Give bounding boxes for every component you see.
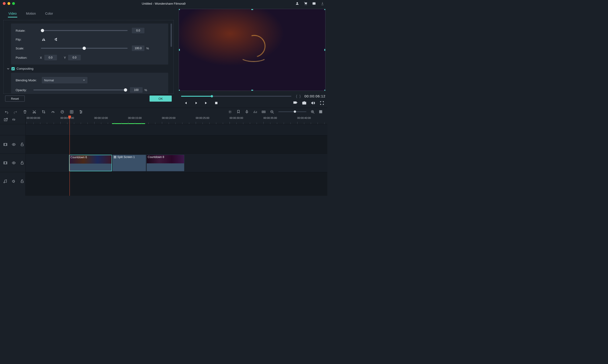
svg-point-13: [80, 110, 81, 111]
svg-point-2: [306, 4, 307, 5]
cut-icon[interactable]: [32, 110, 36, 114]
redo-icon[interactable]: [14, 110, 18, 114]
prev-frame-button[interactable]: [183, 101, 188, 105]
flip-horizontal-button[interactable]: [41, 37, 46, 42]
fit-icon[interactable]: [262, 110, 266, 114]
mark-in-icon[interactable]: {: [296, 94, 297, 98]
scale-input[interactable]: [132, 45, 144, 51]
adjust-icon[interactable]: [79, 110, 83, 114]
rotate-input[interactable]: [132, 28, 144, 33]
svg-rect-26: [320, 112, 321, 113]
preview-timecode: 00:00:06:12: [304, 94, 325, 98]
maximize-window[interactable]: [12, 2, 15, 5]
preview-scrubber[interactable]: [181, 96, 291, 97]
tab-color[interactable]: Color: [45, 10, 54, 17]
timeline-clip[interactable]: Split Screen 1: [112, 155, 146, 171]
zoom-slider[interactable]: [278, 111, 306, 112]
playhead[interactable]: [69, 116, 70, 196]
timeline: 00:00:00:0000:00:05:0000:00:10:0000:00:1…: [0, 116, 327, 196]
compositing-section: Blending Mode: Normal Opacity: %: [11, 73, 168, 94]
minimize-window[interactable]: [7, 2, 10, 5]
audio-mixer-icon[interactable]: [253, 110, 257, 114]
visibility-icon[interactable]: [12, 142, 16, 147]
rotate-slider[interactable]: [41, 30, 128, 31]
resize-handle[interactable]: [179, 49, 180, 51]
timeline-clip[interactable]: Countdown 8: [147, 155, 184, 171]
svg-point-6: [297, 102, 297, 103]
rotate-label: Rotate:: [16, 29, 41, 32]
timeline-view-icon[interactable]: [319, 110, 323, 114]
compositing-checkbox[interactable]: [12, 67, 15, 70]
preview-viewport[interactable]: [179, 9, 325, 91]
undo-icon[interactable]: [4, 110, 8, 114]
mail-icon[interactable]: [312, 1, 316, 6]
render-icon[interactable]: [228, 110, 232, 114]
timeline-tracks[interactable]: 00:00:00:0000:00:05:0000:00:10:0000:00:1…: [26, 116, 327, 196]
video-track-1[interactable]: Countdown 6Split Screen 1Countdown 8: [26, 154, 327, 172]
account-icon[interactable]: [295, 1, 299, 6]
download-icon[interactable]: [320, 1, 325, 6]
timeline-clip[interactable]: Countdown 6: [69, 155, 112, 171]
lock-icon[interactable]: [20, 179, 24, 183]
cart-icon[interactable]: [304, 1, 308, 6]
add-track-icon[interactable]: [4, 118, 8, 122]
svg-rect-28: [321, 111, 322, 112]
blend-mode-select[interactable]: Normal: [42, 77, 87, 83]
zoom-out-icon[interactable]: [270, 110, 274, 114]
reset-button[interactable]: Reset: [5, 96, 25, 102]
next-frame-button[interactable]: [204, 101, 208, 105]
green-screen-icon[interactable]: [69, 110, 74, 114]
snapshot-icon[interactable]: [302, 101, 306, 105]
transform-section: Rotate: Flip: Scale: % Position:: [11, 24, 168, 65]
lock-icon[interactable]: [20, 161, 24, 165]
zoom-in-icon[interactable]: [311, 110, 315, 114]
stop-button[interactable]: [214, 101, 218, 105]
resize-handle[interactable]: [251, 9, 253, 10]
close-window[interactable]: [3, 2, 6, 5]
chevron-down-icon: [83, 79, 85, 81]
tab-motion[interactable]: Motion: [26, 10, 36, 17]
voiceover-icon[interactable]: [245, 110, 249, 114]
resize-handle[interactable]: [324, 90, 325, 91]
opacity-label: Opacity:: [16, 88, 33, 92]
svg-point-35: [13, 162, 14, 163]
track-header-video2: [0, 135, 26, 154]
volume-icon[interactable]: [311, 101, 315, 105]
scale-slider[interactable]: [41, 48, 128, 49]
ok-button[interactable]: OK: [150, 96, 172, 102]
svg-rect-17: [246, 110, 247, 112]
pos-y-input[interactable]: [68, 55, 81, 60]
play-button[interactable]: [194, 101, 198, 105]
svg-rect-24: [320, 110, 321, 111]
resize-handle[interactable]: [324, 49, 325, 51]
delete-icon[interactable]: [23, 110, 27, 114]
mark-out-icon[interactable]: }: [300, 94, 301, 98]
svg-point-14: [82, 111, 82, 112]
compositing-header[interactable]: Compositing: [7, 67, 168, 70]
pos-x-input[interactable]: [44, 55, 57, 60]
pos-y-label: Y: [64, 56, 66, 59]
lock-icon[interactable]: [20, 142, 24, 147]
speed-icon[interactable]: [51, 110, 55, 114]
video-track-2[interactable]: [26, 135, 327, 154]
audio-track[interactable]: [26, 172, 327, 190]
svg-rect-39: [115, 156, 116, 157]
fullscreen-icon[interactable]: [320, 101, 324, 105]
crop-icon[interactable]: [41, 110, 46, 114]
tab-video[interactable]: Video: [8, 10, 17, 17]
resize-handle[interactable]: [179, 90, 180, 91]
link-icon[interactable]: [12, 118, 16, 122]
opacity-slider[interactable]: [33, 90, 126, 91]
resize-handle[interactable]: [324, 9, 325, 10]
resize-handle[interactable]: [179, 9, 180, 10]
mute-icon[interactable]: [12, 179, 16, 183]
quality-icon[interactable]: [293, 101, 297, 105]
resize-handle[interactable]: [251, 90, 253, 91]
flip-vertical-button[interactable]: [53, 37, 58, 42]
opacity-input[interactable]: [130, 87, 143, 93]
color-icon[interactable]: [60, 110, 64, 114]
svg-point-9: [33, 112, 34, 113]
svg-point-10: [35, 112, 36, 113]
visibility-icon[interactable]: [12, 161, 16, 165]
marker-icon[interactable]: [236, 110, 241, 114]
